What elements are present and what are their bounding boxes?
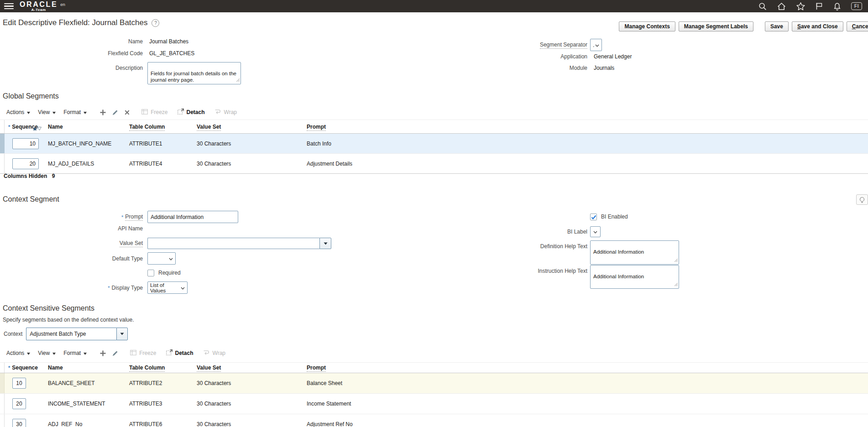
manage-segment-labels-button[interactable]: Manage Segment Labels bbox=[679, 21, 753, 31]
resize-handle-icon[interactable] bbox=[674, 257, 678, 264]
instruction-help-text-textarea[interactable]: Additional Information bbox=[590, 265, 679, 289]
sequence-input[interactable] bbox=[12, 158, 39, 169]
value-set-combobox[interactable] bbox=[147, 238, 331, 249]
cell-name: INCOME_STATEMENT bbox=[48, 401, 129, 407]
actions-menu[interactable]: Actions bbox=[6, 350, 30, 356]
column-header-value-set[interactable]: Value Set bbox=[197, 124, 307, 130]
context-dropdown-button[interactable] bbox=[116, 328, 128, 340]
cell-prompt: Batch Info bbox=[307, 141, 868, 147]
edit-pencil-icon[interactable] bbox=[112, 350, 118, 356]
save-button[interactable]: Save bbox=[765, 21, 789, 31]
description-textarea[interactable]: Fields for journal batch details on the … bbox=[147, 62, 241, 84]
chevron-down-icon bbox=[595, 42, 599, 48]
detach-button[interactable]: Detach bbox=[178, 109, 205, 116]
add-icon[interactable] bbox=[100, 109, 106, 115]
name-label: Name bbox=[0, 38, 143, 45]
format-menu[interactable]: Format bbox=[63, 109, 87, 115]
sequence-input[interactable] bbox=[12, 419, 26, 427]
definition-help-text-textarea[interactable]: Additional Information bbox=[590, 240, 679, 265]
column-header-name[interactable]: Name bbox=[48, 124, 129, 130]
actions-menu[interactable]: Actions bbox=[6, 109, 30, 115]
name-row: Name Journal Batches bbox=[0, 37, 188, 45]
sequence-input[interactable] bbox=[12, 398, 26, 409]
required-checkbox[interactable] bbox=[147, 270, 154, 276]
cell-value-set: 30 Characters bbox=[197, 380, 307, 386]
table-row[interactable]: ADJ_REF_No ATTRIBUTE6 30 Characters Adju… bbox=[0, 414, 868, 427]
help-icon[interactable]: ? bbox=[152, 19, 159, 27]
display-type-row: *Display Type List of Values bbox=[0, 281, 188, 294]
table-row[interactable]: MJ_BATCH_INFO_NAME ATTRIBUTE1 30 Charact… bbox=[0, 134, 868, 154]
manage-contexts-button[interactable]: Manage Contexts bbox=[619, 21, 675, 31]
view-menu[interactable]: View bbox=[38, 109, 56, 115]
column-header-name[interactable]: Name bbox=[48, 365, 129, 371]
table-row[interactable]: BALANCE_SHEET ATTRIBUTE2 30 Characters B… bbox=[0, 373, 868, 394]
definition-help-text-row: Definition Help Text Additional Informat… bbox=[475, 240, 679, 265]
table-row[interactable]: INCOME_STATEMENT ATTRIBUTE3 30 Character… bbox=[0, 394, 868, 414]
display-type-select[interactable]: List of Values bbox=[147, 281, 188, 294]
header-buttons: Manage Contexts Manage Segment Labels Sa… bbox=[619, 21, 868, 31]
application-row: Application General Ledger bbox=[475, 52, 632, 60]
flexfield-code-value: GL_JE_BATCHES bbox=[149, 50, 194, 57]
row-selection-bar[interactable] bbox=[0, 394, 5, 414]
row-selection-bar[interactable] bbox=[0, 154, 5, 173]
row-selection-bar[interactable] bbox=[0, 134, 5, 153]
gutter-cell bbox=[0, 363, 5, 373]
sort-icons[interactable] bbox=[33, 127, 42, 130]
notifications-bell-icon[interactable] bbox=[833, 2, 842, 11]
value-set-input[interactable] bbox=[147, 238, 319, 249]
cell-table-column: ATTRIBUTE3 bbox=[129, 401, 197, 407]
cancel-button[interactable]: Cancel bbox=[847, 21, 868, 31]
save-and-close-button[interactable]: Save and Close bbox=[792, 21, 843, 31]
column-header-table-column[interactable]: Table Column bbox=[129, 365, 197, 371]
default-type-select[interactable] bbox=[147, 252, 176, 265]
favorites-star-icon[interactable] bbox=[796, 2, 805, 11]
sequence-input[interactable] bbox=[12, 378, 26, 389]
context-sensitive-segments-table: * Sequence Name Table Column Value Set P… bbox=[0, 362, 868, 427]
add-icon[interactable] bbox=[100, 350, 106, 356]
cell-name: MJ_BATCH_INFO_NAME bbox=[48, 141, 129, 147]
edit-pencil-icon[interactable] bbox=[112, 109, 118, 115]
column-header-sequence[interactable]: * Sequence bbox=[5, 365, 48, 371]
hamburger-menu-icon[interactable] bbox=[4, 3, 14, 9]
module-row: Module Journals bbox=[475, 64, 614, 72]
segment-separator-select[interactable]: . bbox=[590, 39, 602, 51]
prompt-input[interactable] bbox=[147, 211, 238, 223]
home-icon[interactable] bbox=[777, 2, 786, 11]
bi-enabled-checkbox[interactable] bbox=[590, 214, 597, 220]
oracle-logo: ORACLE A-Team bbox=[20, 1, 58, 12]
wrap-icon bbox=[203, 350, 210, 356]
page-title-text: Edit Descriptive Flexfield: Journal Batc… bbox=[3, 18, 147, 27]
personalization-button[interactable] bbox=[856, 194, 868, 205]
column-header-value-set[interactable]: Value Set bbox=[197, 365, 307, 371]
resize-handle-icon[interactable] bbox=[674, 281, 678, 288]
table-row[interactable]: MJ_ADJ_DETAILS ATTRIBUTE4 30 Characters … bbox=[0, 154, 868, 174]
table-header-row: * Sequence Name Table Column Value Set P… bbox=[0, 120, 868, 134]
context-input[interactable]: Adjustment Batch Type bbox=[26, 328, 116, 340]
bi-label-select[interactable] bbox=[590, 226, 601, 237]
resize-handle-icon[interactable] bbox=[235, 71, 240, 83]
format-menu[interactable]: Format bbox=[63, 350, 87, 356]
context-combobox[interactable]: Adjustment Batch Type bbox=[26, 328, 128, 340]
user-avatar[interactable]: FI bbox=[851, 2, 862, 10]
row-selection-bar[interactable] bbox=[0, 373, 5, 393]
row-selection-bar[interactable] bbox=[0, 414, 5, 427]
cell-table-column: ATTRIBUTE2 bbox=[129, 380, 197, 386]
cell-prompt: Adjustment Details bbox=[307, 161, 868, 167]
column-header-prompt[interactable]: Prompt bbox=[307, 124, 868, 130]
delete-x-icon[interactable] bbox=[125, 110, 130, 115]
view-menu[interactable]: View bbox=[38, 350, 56, 356]
top-bar: ORACLE A-Team en FI bbox=[0, 0, 868, 12]
column-header-table-column[interactable]: Table Column bbox=[129, 124, 197, 130]
locale-label: en bbox=[60, 2, 65, 7]
column-header-prompt[interactable]: Prompt bbox=[307, 365, 868, 371]
segment-separator-value: . bbox=[593, 42, 594, 48]
sequence-input[interactable] bbox=[12, 138, 39, 149]
menu-arrow-icon bbox=[84, 109, 87, 115]
column-header-sequence[interactable]: * Sequence bbox=[5, 124, 48, 130]
segment-separator-row: Segment Separator . bbox=[475, 39, 602, 51]
search-icon[interactable] bbox=[758, 2, 767, 11]
flag-icon[interactable] bbox=[815, 2, 823, 10]
value-set-dropdown-button[interactable] bbox=[319, 238, 331, 249]
sort-ascending-icon bbox=[33, 127, 37, 130]
detach-button[interactable]: Detach bbox=[166, 349, 193, 357]
